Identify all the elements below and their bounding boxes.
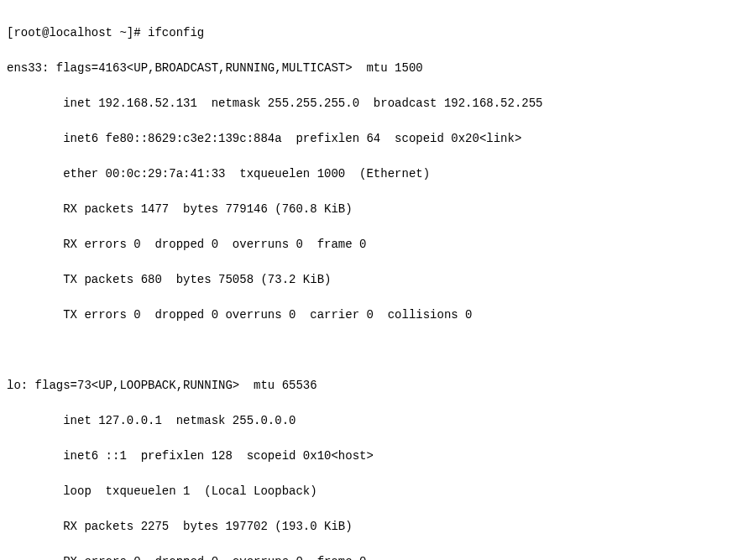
ens33-rx-packets: RX packets 1477 bytes 779146 (760.8 KiB) [7,201,741,218]
ens33-inet6: inet6 fe80::8629:c3e2:139c:884a prefixle… [7,130,741,148]
lo-rx-packets: RX packets 2275 bytes 197702 (193.0 KiB) [7,518,741,536]
terminal-output[interactable]: [root@localhost ~]# ifconfig ens33: flag… [7,7,741,560]
lo-loop: loop txqueuelen 1 (Local Loopback) [7,483,741,500]
ens33-header: ens33: flags=4163<UP,BROADCAST,RUNNING,M… [7,60,741,77]
command-ifconfig: ifconfig [148,26,204,39]
ens33-inet: inet 192.168.52.131 netmask 255.255.255.… [7,95,741,113]
blank-line [7,342,741,359]
ens33-rx-errors: RX errors 0 dropped 0 overruns 0 frame 0 [7,236,741,254]
prompt: [root@localhost ~]# [7,26,148,39]
lo-inet: inet 127.0.0.1 netmask 255.0.0.0 [7,412,741,430]
prompt-line: [root@localhost ~]# ifconfig [7,24,741,42]
ens33-ether: ether 00:0c:29:7a:41:33 txqueuelen 1000 … [7,165,741,183]
lo-rx-errors: RX errors 0 dropped 0 overruns 0 frame 0 [7,553,741,560]
ens33-tx-packets: TX packets 680 bytes 75058 (73.2 KiB) [7,271,741,289]
lo-inet6: inet6 ::1 prefixlen 128 scopeid 0x10<hos… [7,447,741,465]
lo-header: lo: flags=73<UP,LOOPBACK,RUNNING> mtu 65… [7,377,741,395]
ens33-tx-errors: TX errors 0 dropped 0 overruns 0 carrier… [7,306,741,324]
